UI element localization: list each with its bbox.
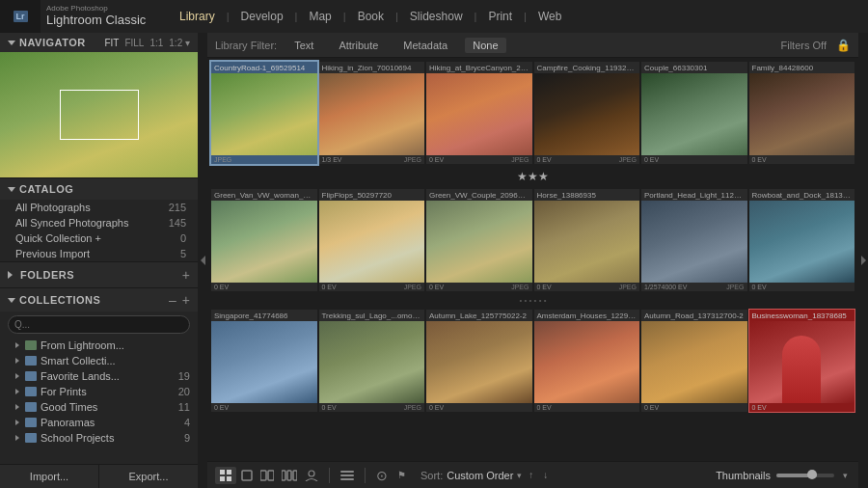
photo-cell-horse[interactable]: Horse_13886935 0 EVJPEG xyxy=(534,189,640,291)
catalog-quick-collection[interactable]: Quick Collection + 0 xyxy=(0,230,198,246)
collection-item-smart[interactable]: Smart Collecti... xyxy=(0,353,198,368)
collection-item-favorite-lands[interactable]: Favorite Lands... 19 xyxy=(0,368,198,384)
svg-rect-1 xyxy=(227,470,231,474)
survey-icon xyxy=(282,470,297,481)
navigator-image xyxy=(0,52,198,177)
nav-fill[interactable]: FILL xyxy=(124,38,144,48)
loupe-view-button[interactable] xyxy=(238,468,256,483)
catalog-collapse-icon xyxy=(8,187,15,192)
nav-web[interactable]: Web xyxy=(534,8,565,25)
view-mode-buttons xyxy=(215,467,321,484)
loupe-icon xyxy=(241,470,253,481)
collection-smart-icon2 xyxy=(25,356,37,366)
photo-cell-country-road[interactable]: CountryRoad-1_69529514 JPEG xyxy=(211,62,317,164)
nav-library[interactable]: Library xyxy=(176,8,219,25)
navigator-header[interactable]: Navigator FIT FILL 1:1 1:2 ▾ xyxy=(0,33,198,52)
right-toolbar: Thumbnails ▾ xyxy=(716,469,851,482)
import-button[interactable]: Import... xyxy=(0,465,98,488)
collection-item-for-prints[interactable]: For Prints 20 xyxy=(0,384,198,399)
svg-rect-5 xyxy=(260,471,266,480)
collections-header[interactable]: Collections – + xyxy=(0,287,198,312)
center-content: Library Filter: Text Attribute Metadata … xyxy=(207,33,858,488)
grid-view-button[interactable] xyxy=(215,467,236,484)
photo-cell-portland[interactable]: Portland_Head_Light_112166324 1/2574000 … xyxy=(641,189,747,291)
filter-attribute-button[interactable]: Attribute xyxy=(331,38,386,53)
catalog-section: Catalog All Photographs 215 All Synced P… xyxy=(0,177,198,261)
sort-value[interactable]: Custom Order xyxy=(447,470,513,481)
survey-view-button[interactable] xyxy=(279,468,300,483)
catalog-synced[interactable]: All Synced Photographs 145 xyxy=(0,215,198,230)
flag-up-button[interactable]: ↑ xyxy=(526,468,536,482)
collections-remove-button[interactable]: – xyxy=(169,292,176,308)
catalog-title: Catalog xyxy=(19,183,73,195)
collection-item-school-projects[interactable]: School Projects 9 xyxy=(0,430,198,446)
flag-button[interactable]: ⚑ xyxy=(394,468,409,482)
photo-cell-hiking-zion[interactable]: Hiking_in_Zion_70010694 1/3 EVJPEG xyxy=(319,62,425,164)
compare-view-button[interactable] xyxy=(258,468,277,483)
nav-print[interactable]: Print xyxy=(484,8,516,25)
photo-cell-rowboat[interactable]: Rowboat_and_Dock_181331006 0 EV xyxy=(749,189,855,291)
nav-1-1[interactable]: 1:1 xyxy=(149,38,163,48)
folders-header[interactable]: Folders + xyxy=(0,261,198,287)
collections-search-input[interactable] xyxy=(8,315,190,334)
filter-text-button[interactable]: Text xyxy=(286,38,321,53)
photo-cell-trekking[interactable]: Trekking_sul_Lago_...omo_193948354 0 EVJ… xyxy=(319,310,425,412)
catalog-all-photos[interactable]: All Photographs 215 xyxy=(0,200,198,215)
photo-cell-businesswoman[interactable]: Businesswoman_18378685 0 EV xyxy=(749,310,855,412)
collection-item-from-lightroom[interactable]: From Lightroom... xyxy=(0,338,198,353)
photo-cell-family[interactable]: Family_84428600 0 EV xyxy=(749,62,855,164)
photo-cell-green-vw[interactable]: Green_Van_VW_woman_09741797 0 EV xyxy=(211,189,317,291)
collection-icon4 xyxy=(25,418,37,427)
nav-book[interactable]: Book xyxy=(354,8,388,25)
nav-1-2[interactable]: 1:2 ▾ xyxy=(169,38,190,48)
flag-down-button[interactable]: ↓ xyxy=(540,468,551,482)
filter-metadata-button[interactable]: Metadata xyxy=(395,38,455,53)
left-panel-toggle[interactable] xyxy=(198,33,207,488)
extras-button[interactable] xyxy=(338,468,357,483)
people-view-button[interactable] xyxy=(302,468,321,483)
svg-rect-11 xyxy=(340,471,354,473)
photo-cell-couple[interactable]: Couple_66330301 0 EV xyxy=(641,62,747,164)
rating-stars: ★★★ xyxy=(517,170,549,183)
photo-cell-singapore[interactable]: Singapore_41774686 0 EV xyxy=(211,310,317,412)
left-panel-arrow-icon xyxy=(201,256,205,265)
collection-item-good-times[interactable]: Good Times 11 xyxy=(0,399,198,415)
sort-label: Sort: xyxy=(420,470,443,481)
collections-add-button[interactable]: + xyxy=(182,292,190,308)
filter-none-button[interactable]: None xyxy=(465,38,505,53)
photo-cell-bryce[interactable]: Hiking_at_BryceCanyon_211015870 0 EVJPEG xyxy=(426,62,532,164)
folders-section: Folders + xyxy=(0,261,198,287)
grid-size-down-icon[interactable]: ▾ xyxy=(840,469,851,482)
collection-item-panoramas[interactable]: Panoramas 4 xyxy=(0,415,198,430)
slider-handle[interactable] xyxy=(807,470,817,479)
folders-add-button[interactable]: + xyxy=(182,267,190,283)
export-button[interactable]: Export... xyxy=(99,465,198,488)
thumbnail-size-slider[interactable] xyxy=(776,474,834,477)
photo-cell-amsterdam[interactable]: Amsterdam_Houses_122940375 0 EV xyxy=(534,310,640,412)
nav-map[interactable]: Map xyxy=(305,8,335,25)
collections-title: Collections xyxy=(19,294,100,306)
nav-develop[interactable]: Develop xyxy=(237,8,287,25)
sort-arrow-icon[interactable]: ▾ xyxy=(517,471,522,480)
people-icon xyxy=(305,470,318,481)
photo-cell-flipflops[interactable]: FlipFlops_50297720 0 EVJPEG xyxy=(319,189,425,291)
spray-button[interactable]: ⊙ xyxy=(373,466,391,485)
filter-lock-icon[interactable]: 🔒 xyxy=(836,39,851,52)
photo-cell-autumn-road[interactable]: Autumn_Road_137312700-2 0 EV xyxy=(641,310,747,412)
catalog-header[interactable]: Catalog xyxy=(0,177,198,200)
nav-slideshow[interactable]: Slideshow xyxy=(406,8,467,25)
top-navigation: Lr Adobe Photoshop Lightroom Classic Lib… xyxy=(0,0,868,33)
thumbnails-label: Thumbnails xyxy=(716,470,771,481)
collections-section: Collections – + From Lightroom... Smart … xyxy=(0,287,198,464)
right-panel-toggle[interactable] xyxy=(858,33,868,488)
catalog-previous-import[interactable]: Previous Import 5 xyxy=(0,246,198,261)
navigator-preview xyxy=(0,52,198,177)
app-logo: Lr xyxy=(0,0,41,33)
nav-fit[interactable]: FIT xyxy=(104,38,119,48)
photo-row-3: Singapore_41774686 0 EV Trekking_sul_Lag… xyxy=(211,310,854,412)
photo-cell-campfire[interactable]: Campfire_Cooking_119320839 0 EVJPEG xyxy=(534,62,640,164)
photo-cell-vw-couple[interactable]: Green_VW_Couple_209689493 0 EVJPEG xyxy=(426,189,532,291)
main-area: Navigator FIT FILL 1:1 1:2 ▾ C xyxy=(0,33,868,488)
collection-icon2 xyxy=(25,387,37,396)
photo-cell-autumn-lake[interactable]: Autumn_Lake_125775022-2 0 EV xyxy=(426,310,532,412)
